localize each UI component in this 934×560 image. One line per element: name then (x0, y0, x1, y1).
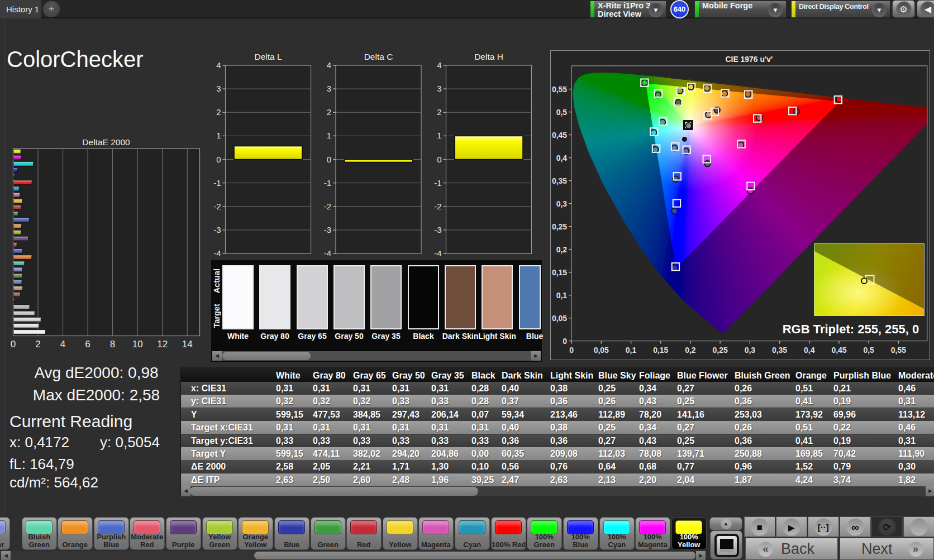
svg-text:0,5: 0,5 (556, 108, 568, 117)
svg-text:10: 10 (132, 339, 143, 348)
svg-text:1: 1 (437, 131, 441, 140)
svg-text:0,15: 0,15 (552, 268, 567, 277)
svg-text:0: 0 (437, 155, 441, 164)
svg-text:8: 8 (110, 339, 115, 348)
svg-text:1: 1 (327, 131, 331, 140)
svg-text:4: 4 (327, 60, 331, 70)
svg-text:-2: -2 (434, 202, 441, 211)
svg-text:14: 14 (182, 339, 193, 348)
svg-text:2: 2 (327, 107, 331, 117)
svg-text:0,05: 0,05 (552, 314, 567, 323)
svg-text:0,35: 0,35 (552, 176, 567, 185)
svg-text:-1: -1 (434, 178, 441, 188)
svg-text:0,1: 0,1 (556, 291, 568, 300)
svg-text:0,05: 0,05 (594, 346, 609, 355)
svg-text:-1: -1 (213, 178, 221, 188)
svg-text:0,2: 0,2 (556, 245, 568, 254)
svg-text:0,5: 0,5 (863, 346, 874, 355)
svg-text:0,25: 0,25 (713, 346, 728, 355)
svg-text:3: 3 (216, 84, 221, 93)
svg-text:-3: -3 (213, 225, 221, 234)
svg-text:-2: -2 (324, 202, 331, 211)
svg-text:0,15: 0,15 (653, 346, 668, 355)
svg-text:3: 3 (437, 84, 441, 93)
svg-text:2: 2 (35, 339, 40, 348)
svg-text:Delta L: Delta L (254, 52, 282, 61)
svg-text:0,1: 0,1 (626, 346, 637, 355)
svg-text:0,35: 0,35 (772, 346, 787, 355)
svg-text:0: 0 (569, 346, 574, 355)
svg-text:2: 2 (437, 107, 441, 117)
svg-text:Delta H: Delta H (474, 52, 503, 61)
svg-text:0,55: 0,55 (891, 346, 906, 355)
svg-text:0: 0 (563, 337, 567, 346)
svg-text:-2: -2 (213, 202, 221, 211)
svg-text:-4: -4 (324, 248, 331, 258)
svg-text:CIE 1976 u'v': CIE 1976 u'v' (725, 55, 773, 64)
svg-text:0: 0 (11, 339, 16, 348)
svg-text:0: 0 (216, 155, 221, 164)
svg-text:0,4: 0,4 (804, 346, 815, 355)
svg-text:2: 2 (216, 107, 221, 117)
svg-text:-4: -4 (434, 248, 441, 258)
svg-text:0,2: 0,2 (685, 346, 696, 355)
svg-text:0,4: 0,4 (556, 154, 568, 162)
svg-text:4: 4 (437, 60, 441, 70)
svg-text:3: 3 (327, 84, 331, 93)
svg-text:-4: -4 (213, 248, 221, 258)
svg-text:0,3: 0,3 (556, 199, 568, 208)
svg-text:4: 4 (216, 60, 221, 70)
svg-text:0,3: 0,3 (745, 346, 756, 355)
svg-text:0,45: 0,45 (831, 346, 846, 355)
svg-text:12: 12 (157, 339, 168, 348)
svg-text:-3: -3 (434, 225, 441, 234)
svg-text:0: 0 (327, 155, 331, 164)
svg-text:1: 1 (216, 131, 221, 140)
svg-text:-3: -3 (324, 225, 331, 234)
svg-text:0,45: 0,45 (552, 131, 567, 140)
svg-text:6: 6 (85, 339, 90, 348)
svg-text:4: 4 (60, 339, 65, 348)
svg-text:Delta C: Delta C (364, 52, 393, 61)
svg-text:0,25: 0,25 (552, 222, 567, 231)
svg-text:-1: -1 (324, 178, 331, 188)
svg-text:0,55: 0,55 (552, 85, 567, 94)
